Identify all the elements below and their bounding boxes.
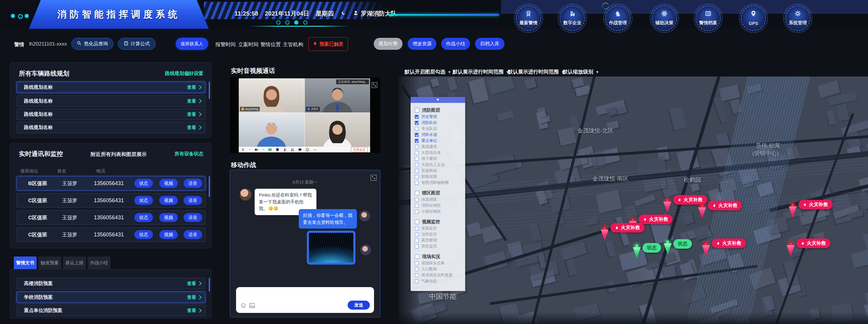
mic-icon[interactable] [241,148,245,151]
route-row[interactable]: 路线规划名称 查看 [17,109,206,120]
chevron-down-icon[interactable] [249,148,251,151]
plan-triggered-alert[interactable]: 预案已触发 [308,37,348,51]
fire-rescue-label[interactable]: 火灾补救 [708,201,742,210]
tab-triggered-plans[interactable]: 触发预案 [38,257,61,269]
dropdown-zoom-level[interactable]: 默认缩放级别▼ [563,68,599,75]
status-button[interactable]: 状态 [134,196,153,205]
checkbox[interactable] [415,133,419,137]
checkbox[interactable] [415,151,419,155]
plan-row[interactable]: 学校消防预案 查看 [17,292,206,303]
voice-button[interactable]: 语音 [184,179,202,188]
image-upload-icon[interactable] [249,303,255,309]
formula-button[interactable]: 计算公式 [118,38,156,50]
scrollbar[interactable] [209,278,210,292]
checkbox[interactable] [415,169,419,173]
voice-button[interactable]: 语音 [184,213,202,222]
checkbox[interactable] [415,108,419,113]
checkbox[interactable] [415,261,419,265]
map-marker-fire[interactable]: 火灾补救 [787,243,795,257]
checkbox[interactable] [415,267,419,271]
invite-icon[interactable] [283,148,287,151]
add-resources-button[interactable]: 增派资源 [408,38,436,50]
duty-row[interactable]: C区值班 王菠萝 1356056431 状态 视频 语音 [17,227,206,242]
chat-icon[interactable] [298,148,302,151]
dropdown-time-range-1[interactable]: 默认展示进行时间范围▼ [453,68,509,75]
screen-share-icon[interactable] [268,148,272,151]
video-button[interactable]: 视频 [159,230,178,239]
menu-supervisor-org[interactable]: 主管机构 [283,41,303,48]
video-button[interactable]: 视频 [159,213,178,222]
fire-rescue-label[interactable]: 火灾补救 [639,214,673,224]
voice-button[interactable]: 语音 [184,230,202,239]
map-marker-status[interactable]: 状态 [664,241,672,255]
nav-alert-archive[interactable]: 警情档案 [693,4,723,33]
checkbox[interactable] [415,238,419,242]
view-link[interactable]: 查看 [187,295,201,300]
dropdown-time-range-2[interactable]: 默认展示进行时间范围▼ [508,68,564,75]
map-marker-fire[interactable]: 火灾补救 [789,204,797,218]
status-button[interactable]: 状态 [134,230,153,239]
status-button[interactable]: 状态 [134,179,153,188]
checkbox[interactable] [415,127,419,131]
end-meeting-button[interactable]: 结束会议 [351,147,368,152]
fire-rescue-label[interactable]: 火灾补救 [610,223,645,233]
scrollbar[interactable] [209,176,210,197]
tab-alert-documents[interactable]: 警情文书 [14,257,37,269]
camera-icon[interactable] [255,148,258,151]
checkbox[interactable] [415,139,419,143]
duty-row[interactable]: C区值班 王菠萝 1356056431 状态 视频 语音 [17,210,206,225]
status-label[interactable]: 状态 [673,239,692,249]
view-link[interactable]: 查看 [187,98,201,104]
duty-row[interactable]: C区值班 王菠萝 1356056431 状态 视频 语音 [17,193,206,208]
plan-row[interactable]: 重点单位消防预案 查看 [17,305,206,316]
layers-panel-header[interactable] [411,97,465,103]
nav-system-management[interactable]: 系统管理 [783,4,812,33]
combat-summary-button[interactable]: 作战小结 [441,38,470,50]
checkbox[interactable] [415,210,419,214]
nav-combat-management[interactable]: ♞ 作战管理 [603,4,632,33]
duty-contact-button[interactable]: 值班联系人 [176,38,208,50]
tab-public-reports[interactable]: 群众上报 [63,257,86,269]
checkbox[interactable] [415,175,419,179]
checkbox[interactable] [415,244,419,248]
plan-dispatch-button[interactable]: 规划出警 [374,38,403,50]
checkbox[interactable] [415,145,419,149]
chevron-down-icon[interactable] [262,148,264,151]
fire-rescue-label[interactable]: 火灾补救 [798,200,833,209]
checkbox[interactable] [415,227,419,230]
user-unit[interactable]: 罗湖消防大队 [353,9,397,18]
nav-latest-alerts[interactable]: 最新警情 [514,4,543,33]
tab-combat-summary[interactable]: 作战小结 [88,257,111,269]
view-link[interactable]: 查看 [187,112,201,117]
nav-digital-enterprise[interactable]: 数字企业 [558,4,587,33]
checkbox[interactable] [415,255,419,259]
checkbox[interactable] [415,204,419,208]
checkbox[interactable] [415,163,419,167]
image-message[interactable] [307,231,355,265]
checkbox[interactable] [415,233,419,236]
route-preference-link[interactable]: 路线规划偏好设置 [165,70,203,77]
emoji-icon[interactable] [306,148,309,151]
shield-icon[interactable] [276,148,279,151]
checkbox[interactable] [415,198,419,202]
duty-row[interactable]: B区值班 王菠萝 1356056431 状态 视频 语音 [17,176,206,190]
send-button[interactable]: 发送 [348,301,370,310]
fire-rescue-label[interactable]: 火灾补救 [673,195,707,205]
nav-decision-support[interactable]: 辅助决策 [650,4,679,33]
map-marker-fire[interactable]: 火灾补救 [698,205,706,219]
checkbox[interactable] [415,219,419,224]
status-button[interactable]: 状态 [134,213,153,222]
voice-button[interactable]: 语音 [184,196,202,205]
view-link[interactable]: 查看 [187,308,201,314]
view-link[interactable]: 查看 [187,125,201,130]
more-icon[interactable] [313,148,317,151]
menu-filing-time[interactable]: 立案时间 [238,41,258,48]
video-button[interactable]: 视频 [159,179,178,188]
checkbox[interactable] [415,273,419,277]
view-link[interactable]: 查看 [187,281,201,287]
checkbox[interactable] [415,279,419,283]
checkbox[interactable] [415,181,419,185]
device-status-link[interactable]: 所有设备状态 [175,151,203,157]
dropdown-default-layers[interactable]: 默认开启图层勾选▼ [405,68,451,75]
members-icon[interactable] [291,148,294,151]
